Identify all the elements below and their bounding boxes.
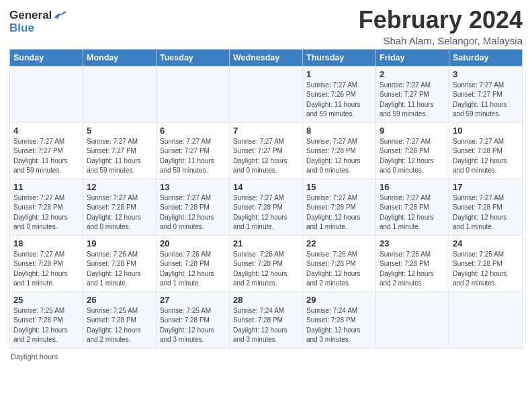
day-info: Sunrise: 7:24 AM Sunset: 7:28 PM Dayligh… (233, 306, 299, 345)
title-location: Shah Alam, Selangor, Malaysia (359, 35, 523, 46)
day-number: 13 (160, 182, 226, 192)
calendar-cell: 10Sunrise: 7:27 AM Sunset: 7:28 PM Dayli… (449, 122, 523, 179)
calendar-cell: 18Sunrise: 7:27 AM Sunset: 7:28 PM Dayli… (10, 235, 83, 291)
day-number: 25 (13, 295, 79, 305)
calendar-cell: 11Sunrise: 7:27 AM Sunset: 7:28 PM Dayli… (10, 179, 83, 235)
calendar-cell: 17Sunrise: 7:27 AM Sunset: 7:28 PM Dayli… (449, 179, 523, 235)
day-number: 11 (13, 182, 79, 192)
calendar-week-row: 11Sunrise: 7:27 AM Sunset: 7:28 PM Dayli… (10, 179, 523, 235)
calendar-cell (83, 66, 157, 122)
day-number: 10 (453, 126, 519, 136)
day-of-week-header: Thursday (303, 49, 376, 66)
calendar-cell: 21Sunrise: 7:26 AM Sunset: 7:28 PM Dayli… (230, 235, 303, 291)
day-number: 14 (233, 182, 299, 192)
day-info: Sunrise: 7:27 AM Sunset: 7:28 PM Dayligh… (380, 193, 445, 232)
day-info: Sunrise: 7:27 AM Sunset: 7:28 PM Dayligh… (453, 193, 519, 232)
day-info: Sunrise: 7:27 AM Sunset: 7:28 PM Dayligh… (160, 193, 226, 232)
day-info: Sunrise: 7:26 AM Sunset: 7:28 PM Dayligh… (160, 250, 226, 289)
day-number: 2 (380, 69, 445, 79)
day-number: 12 (87, 182, 152, 192)
day-info: Sunrise: 7:25 AM Sunset: 7:28 PM Dayligh… (87, 306, 152, 345)
calendar-cell: 19Sunrise: 7:26 AM Sunset: 7:28 PM Dayli… (83, 235, 157, 291)
day-number: 16 (380, 182, 445, 192)
day-number: 18 (13, 238, 79, 248)
day-number: 3 (453, 69, 519, 79)
day-number: 5 (87, 126, 152, 136)
day-info: Sunrise: 7:27 AM Sunset: 7:28 PM Dayligh… (13, 193, 79, 232)
calendar-cell: 29Sunrise: 7:24 AM Sunset: 7:28 PM Dayli… (303, 291, 376, 348)
day-info: Sunrise: 7:27 AM Sunset: 7:26 PM Dayligh… (306, 81, 372, 120)
logo: General Blue (9, 9, 66, 34)
day-info: Sunrise: 7:25 AM Sunset: 7:28 PM Dayligh… (13, 306, 79, 345)
calendar-cell: 16Sunrise: 7:27 AM Sunset: 7:28 PM Dayli… (376, 179, 449, 235)
day-of-week-header: Wednesday (230, 49, 303, 66)
calendar-cell: 23Sunrise: 7:26 AM Sunset: 7:28 PM Dayli… (376, 235, 449, 291)
day-number: 8 (306, 126, 372, 136)
day-info: Sunrise: 7:26 AM Sunset: 7:28 PM Dayligh… (87, 250, 152, 289)
calendar-cell: 6Sunrise: 7:27 AM Sunset: 7:27 PM Daylig… (157, 122, 230, 179)
day-number: 20 (160, 238, 226, 248)
day-number: 24 (453, 238, 519, 248)
day-info: Sunrise: 7:27 AM Sunset: 7:28 PM Dayligh… (306, 193, 372, 232)
day-of-week-header: Monday (83, 49, 157, 66)
calendar-cell: 13Sunrise: 7:27 AM Sunset: 7:28 PM Dayli… (157, 179, 230, 235)
calendar-cell: 9Sunrise: 7:27 AM Sunset: 7:28 PM Daylig… (376, 122, 449, 179)
calendar-week-row: 18Sunrise: 7:27 AM Sunset: 7:28 PM Dayli… (10, 235, 523, 291)
day-info: Sunrise: 7:27 AM Sunset: 7:28 PM Dayligh… (453, 137, 519, 176)
calendar-table: SundayMondayTuesdayWednesdayThursdayFrid… (9, 49, 523, 349)
logo-bird-icon (53, 10, 66, 21)
footer: Daylight hours (9, 353, 523, 361)
day-number: 29 (306, 295, 372, 305)
calendar-cell: 12Sunrise: 7:27 AM Sunset: 7:28 PM Dayli… (83, 179, 157, 235)
day-number: 15 (306, 182, 372, 192)
day-number: 21 (233, 238, 299, 248)
title-block: February 2024 Shah Alam, Selangor, Malay… (359, 7, 523, 46)
calendar-cell: 7Sunrise: 7:27 AM Sunset: 7:27 PM Daylig… (230, 122, 303, 179)
day-info: Sunrise: 7:26 AM Sunset: 7:28 PM Dayligh… (233, 250, 299, 289)
day-info: Sunrise: 7:27 AM Sunset: 7:28 PM Dayligh… (233, 193, 299, 232)
calendar-week-row: 1Sunrise: 7:27 AM Sunset: 7:26 PM Daylig… (10, 66, 523, 122)
day-number: 19 (87, 238, 152, 248)
day-info: Sunrise: 7:27 AM Sunset: 7:28 PM Dayligh… (87, 193, 152, 232)
calendar-cell: 27Sunrise: 7:25 AM Sunset: 7:28 PM Dayli… (157, 291, 230, 348)
day-info: Sunrise: 7:26 AM Sunset: 7:28 PM Dayligh… (380, 250, 445, 289)
calendar-cell: 26Sunrise: 7:25 AM Sunset: 7:28 PM Dayli… (83, 291, 157, 348)
logo-blue: Blue (9, 22, 34, 35)
title-month-year: February 2024 (359, 7, 523, 34)
day-info: Sunrise: 7:27 AM Sunset: 7:28 PM Dayligh… (380, 137, 445, 176)
day-info: Sunrise: 7:27 AM Sunset: 7:27 PM Dayligh… (160, 137, 226, 176)
day-number: 28 (233, 295, 299, 305)
calendar-cell: 28Sunrise: 7:24 AM Sunset: 7:28 PM Dayli… (230, 291, 303, 348)
day-info: Sunrise: 7:27 AM Sunset: 7:27 PM Dayligh… (380, 81, 445, 120)
calendar-week-row: 25Sunrise: 7:25 AM Sunset: 7:28 PM Dayli… (10, 291, 523, 348)
day-info: Sunrise: 7:27 AM Sunset: 7:27 PM Dayligh… (233, 137, 299, 176)
day-of-week-header: Tuesday (157, 49, 230, 66)
day-info: Sunrise: 7:27 AM Sunset: 7:27 PM Dayligh… (13, 137, 79, 176)
day-number: 1 (306, 69, 372, 79)
day-info: Sunrise: 7:27 AM Sunset: 7:28 PM Dayligh… (13, 250, 79, 289)
calendar-cell: 5Sunrise: 7:27 AM Sunset: 7:27 PM Daylig… (83, 122, 157, 179)
calendar-cell (230, 66, 303, 122)
day-number: 23 (380, 238, 445, 248)
header: General Blue February 2024 Shah Alam, Se… (9, 7, 523, 46)
day-of-week-header: Sunday (10, 49, 83, 66)
calendar-header-row: SundayMondayTuesdayWednesdayThursdayFrid… (10, 49, 523, 66)
day-number: 17 (453, 182, 519, 192)
calendar-cell: 3Sunrise: 7:27 AM Sunset: 7:27 PM Daylig… (449, 66, 523, 122)
day-number: 26 (87, 295, 152, 305)
logo-general: General (9, 9, 52, 22)
day-info: Sunrise: 7:26 AM Sunset: 7:28 PM Dayligh… (306, 250, 372, 289)
page: General Blue February 2024 Shah Alam, Se… (0, 0, 532, 411)
calendar-cell: 24Sunrise: 7:25 AM Sunset: 7:28 PM Dayli… (449, 235, 523, 291)
calendar-cell: 4Sunrise: 7:27 AM Sunset: 7:27 PM Daylig… (10, 122, 83, 179)
calendar-cell (10, 66, 83, 122)
calendar-cell: 25Sunrise: 7:25 AM Sunset: 7:28 PM Dayli… (10, 291, 83, 348)
day-info: Sunrise: 7:24 AM Sunset: 7:28 PM Dayligh… (306, 306, 372, 345)
day-info: Sunrise: 7:25 AM Sunset: 7:28 PM Dayligh… (453, 250, 519, 289)
day-number: 7 (233, 126, 299, 136)
day-info: Sunrise: 7:27 AM Sunset: 7:27 PM Dayligh… (87, 137, 152, 176)
day-of-week-header: Friday (376, 49, 449, 66)
day-info: Sunrise: 7:27 AM Sunset: 7:28 PM Dayligh… (306, 137, 372, 176)
day-number: 6 (160, 126, 226, 136)
day-of-week-header: Saturday (449, 49, 523, 66)
